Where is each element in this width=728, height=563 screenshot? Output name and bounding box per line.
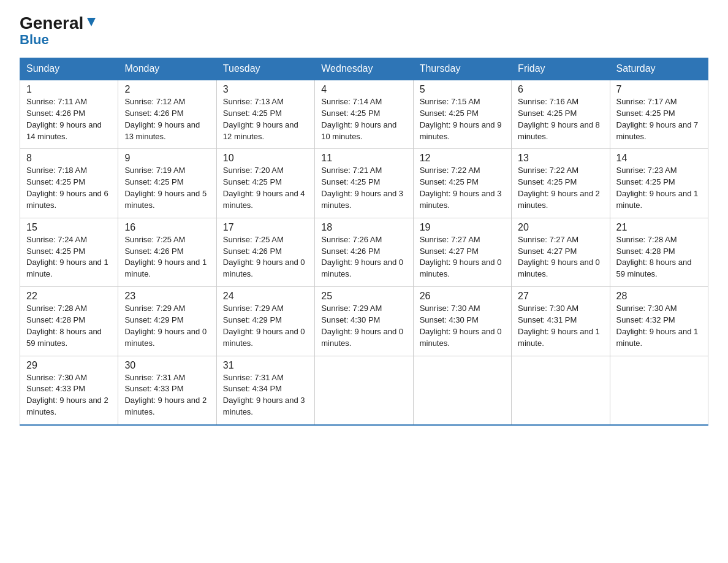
calendar-header-monday: Monday xyxy=(118,58,216,80)
day-info: Sunrise: 7:15 AMSunset: 4:25 PMDaylight:… xyxy=(420,96,505,142)
day-number: 3 xyxy=(223,84,308,95)
day-number: 6 xyxy=(518,84,603,95)
day-info: Sunrise: 7:25 AMSunset: 4:26 PMDaylight:… xyxy=(124,234,210,280)
day-number: 21 xyxy=(616,222,702,233)
day-number: 28 xyxy=(616,291,702,302)
logo-triangle-icon xyxy=(85,15,98,29)
day-info: Sunrise: 7:23 AMSunset: 4:25 PMDaylight:… xyxy=(616,165,702,211)
day-number: 5 xyxy=(420,84,505,95)
day-number: 26 xyxy=(420,291,505,302)
calendar-cell: 10 Sunrise: 7:20 AMSunset: 4:25 PMDaylig… xyxy=(216,149,314,218)
day-info: Sunrise: 7:14 AMSunset: 4:25 PMDaylight:… xyxy=(321,96,406,142)
calendar-cell: 14 Sunrise: 7:23 AMSunset: 4:25 PMDaylig… xyxy=(610,149,708,218)
calendar-week-row-5: 29 Sunrise: 7:30 AMSunset: 4:33 PMDaylig… xyxy=(20,356,708,425)
calendar-cell: 28 Sunrise: 7:30 AMSunset: 4:32 PMDaylig… xyxy=(610,287,708,356)
calendar-header-saturday: Saturday xyxy=(610,58,708,80)
day-info: Sunrise: 7:31 AMSunset: 4:33 PMDaylight:… xyxy=(124,372,210,418)
day-info: Sunrise: 7:27 AMSunset: 4:27 PMDaylight:… xyxy=(420,234,505,280)
calendar-header-friday: Friday xyxy=(512,58,610,80)
day-info: Sunrise: 7:29 AMSunset: 4:30 PMDaylight:… xyxy=(321,303,406,349)
day-info: Sunrise: 7:30 AMSunset: 4:33 PMDaylight:… xyxy=(26,372,112,418)
calendar-header-thursday: Thursday xyxy=(413,58,511,80)
calendar-cell: 5 Sunrise: 7:15 AMSunset: 4:25 PMDayligh… xyxy=(413,80,511,149)
calendar-week-row-4: 22 Sunrise: 7:28 AMSunset: 4:28 PMDaylig… xyxy=(20,287,708,356)
day-number: 18 xyxy=(321,222,406,233)
day-number: 29 xyxy=(26,360,112,371)
calendar-cell: 26 Sunrise: 7:30 AMSunset: 4:30 PMDaylig… xyxy=(413,287,511,356)
calendar-cell: 31 Sunrise: 7:31 AMSunset: 4:34 PMDaylig… xyxy=(216,356,314,425)
calendar-cell: 8 Sunrise: 7:18 AMSunset: 4:25 PMDayligh… xyxy=(20,149,118,218)
calendar-cell: 12 Sunrise: 7:22 AMSunset: 4:25 PMDaylig… xyxy=(413,149,511,218)
day-info: Sunrise: 7:11 AMSunset: 4:26 PMDaylight:… xyxy=(26,96,112,142)
day-number: 11 xyxy=(321,153,406,164)
day-info: Sunrise: 7:19 AMSunset: 4:25 PMDaylight:… xyxy=(124,165,210,211)
calendar-cell xyxy=(610,356,708,425)
day-number: 9 xyxy=(124,153,210,164)
day-info: Sunrise: 7:30 AMSunset: 4:32 PMDaylight:… xyxy=(616,303,702,349)
day-number: 13 xyxy=(518,153,603,164)
calendar-week-row-3: 15 Sunrise: 7:24 AMSunset: 4:25 PMDaylig… xyxy=(20,218,708,286)
calendar-cell xyxy=(413,356,511,425)
day-number: 10 xyxy=(223,153,308,164)
day-number: 30 xyxy=(124,360,210,371)
calendar-cell: 13 Sunrise: 7:22 AMSunset: 4:25 PMDaylig… xyxy=(512,149,610,218)
calendar-cell: 11 Sunrise: 7:21 AMSunset: 4:25 PMDaylig… xyxy=(315,149,413,218)
day-info: Sunrise: 7:17 AMSunset: 4:25 PMDaylight:… xyxy=(616,96,702,142)
calendar-week-row-2: 8 Sunrise: 7:18 AMSunset: 4:25 PMDayligh… xyxy=(20,149,708,218)
day-number: 19 xyxy=(420,222,505,233)
day-info: Sunrise: 7:26 AMSunset: 4:26 PMDaylight:… xyxy=(321,234,406,280)
day-number: 14 xyxy=(616,153,702,164)
day-info: Sunrise: 7:28 AMSunset: 4:28 PMDaylight:… xyxy=(26,303,112,349)
calendar-cell: 17 Sunrise: 7:25 AMSunset: 4:26 PMDaylig… xyxy=(216,218,314,286)
logo-general: General xyxy=(20,15,83,32)
calendar-cell: 4 Sunrise: 7:14 AMSunset: 4:25 PMDayligh… xyxy=(315,80,413,149)
calendar-cell: 20 Sunrise: 7:27 AMSunset: 4:27 PMDaylig… xyxy=(512,218,610,286)
calendar-cell: 24 Sunrise: 7:29 AMSunset: 4:29 PMDaylig… xyxy=(216,287,314,356)
day-info: Sunrise: 7:24 AMSunset: 4:25 PMDaylight:… xyxy=(26,234,112,280)
day-number: 23 xyxy=(124,291,210,302)
day-info: Sunrise: 7:22 AMSunset: 4:25 PMDaylight:… xyxy=(420,165,505,211)
day-info: Sunrise: 7:12 AMSunset: 4:26 PMDaylight:… xyxy=(124,96,210,142)
day-info: Sunrise: 7:29 AMSunset: 4:29 PMDaylight:… xyxy=(124,303,210,349)
calendar-header-tuesday: Tuesday xyxy=(216,58,314,80)
day-number: 15 xyxy=(26,222,112,233)
day-number: 17 xyxy=(223,222,308,233)
day-number: 27 xyxy=(518,291,603,302)
svg-marker-0 xyxy=(87,18,96,26)
day-info: Sunrise: 7:31 AMSunset: 4:34 PMDaylight:… xyxy=(223,372,308,418)
day-number: 12 xyxy=(420,153,505,164)
day-info: Sunrise: 7:29 AMSunset: 4:29 PMDaylight:… xyxy=(223,303,308,349)
calendar-cell: 7 Sunrise: 7:17 AMSunset: 4:25 PMDayligh… xyxy=(610,80,708,149)
day-number: 24 xyxy=(223,291,308,302)
calendar-cell: 6 Sunrise: 7:16 AMSunset: 4:25 PMDayligh… xyxy=(512,80,610,149)
calendar-header-row: SundayMondayTuesdayWednesdayThursdayFrid… xyxy=(20,58,708,80)
day-info: Sunrise: 7:30 AMSunset: 4:30 PMDaylight:… xyxy=(420,303,505,349)
calendar-cell: 29 Sunrise: 7:30 AMSunset: 4:33 PMDaylig… xyxy=(20,356,118,425)
day-number: 16 xyxy=(124,222,210,233)
calendar-cell xyxy=(512,356,610,425)
calendar-cell: 1 Sunrise: 7:11 AMSunset: 4:26 PMDayligh… xyxy=(20,80,118,149)
page-header: General Blue xyxy=(20,15,708,48)
calendar-cell: 19 Sunrise: 7:27 AMSunset: 4:27 PMDaylig… xyxy=(413,218,511,286)
day-info: Sunrise: 7:20 AMSunset: 4:25 PMDaylight:… xyxy=(223,165,308,211)
calendar-table: SundayMondayTuesdayWednesdayThursdayFrid… xyxy=(20,58,708,426)
day-number: 31 xyxy=(223,360,308,371)
calendar-cell: 22 Sunrise: 7:28 AMSunset: 4:28 PMDaylig… xyxy=(20,287,118,356)
calendar-cell: 30 Sunrise: 7:31 AMSunset: 4:33 PMDaylig… xyxy=(118,356,216,425)
day-info: Sunrise: 7:16 AMSunset: 4:25 PMDaylight:… xyxy=(518,96,603,142)
day-info: Sunrise: 7:27 AMSunset: 4:27 PMDaylight:… xyxy=(518,234,603,280)
day-number: 22 xyxy=(26,291,112,302)
calendar-cell: 18 Sunrise: 7:26 AMSunset: 4:26 PMDaylig… xyxy=(315,218,413,286)
logo-blue: Blue xyxy=(20,32,49,48)
day-number: 4 xyxy=(321,84,406,95)
calendar-cell: 3 Sunrise: 7:13 AMSunset: 4:25 PMDayligh… xyxy=(216,80,314,149)
calendar-cell xyxy=(315,356,413,425)
day-info: Sunrise: 7:28 AMSunset: 4:28 PMDaylight:… xyxy=(616,234,702,280)
calendar-cell: 21 Sunrise: 7:28 AMSunset: 4:28 PMDaylig… xyxy=(610,218,708,286)
day-info: Sunrise: 7:22 AMSunset: 4:25 PMDaylight:… xyxy=(518,165,603,211)
calendar-header-sunday: Sunday xyxy=(20,58,118,80)
calendar-cell: 25 Sunrise: 7:29 AMSunset: 4:30 PMDaylig… xyxy=(315,287,413,356)
calendar-cell: 15 Sunrise: 7:24 AMSunset: 4:25 PMDaylig… xyxy=(20,218,118,286)
day-info: Sunrise: 7:25 AMSunset: 4:26 PMDaylight:… xyxy=(223,234,308,280)
calendar-cell: 2 Sunrise: 7:12 AMSunset: 4:26 PMDayligh… xyxy=(118,80,216,149)
